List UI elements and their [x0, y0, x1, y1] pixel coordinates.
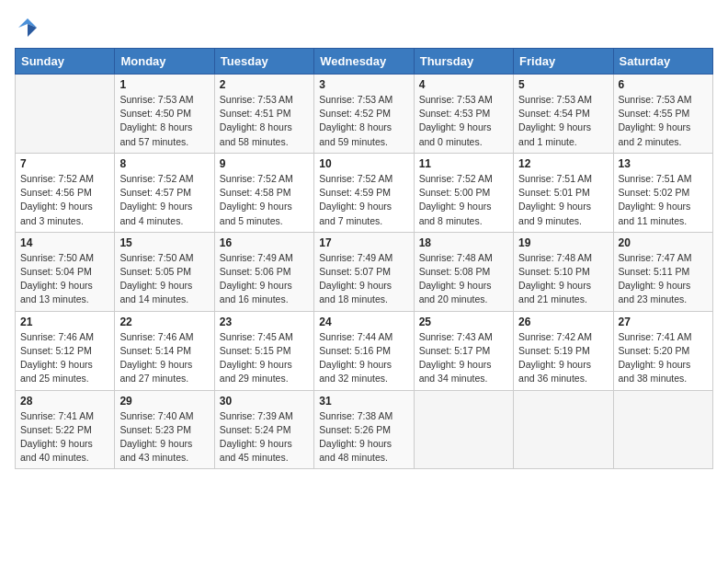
day-number: 4	[419, 78, 508, 91]
day-number: 19	[518, 236, 608, 249]
day-number: 21	[20, 316, 109, 328]
day-number: 29	[119, 395, 209, 408]
calendar-cell: 9Sunrise: 7:52 AM Sunset: 4:58 PM Daylig…	[214, 153, 313, 232]
calendar-week-row: 1Sunrise: 7:53 AM Sunset: 4:50 PM Daylig…	[16, 75, 713, 154]
day-number: 24	[319, 316, 408, 328]
logo-icon	[15, 15, 40, 40]
calendar-cell: 1Sunrise: 7:53 AM Sunset: 4:50 PM Daylig…	[115, 75, 214, 154]
day-number: 7	[20, 157, 109, 170]
calendar-cell: 17Sunrise: 7:49 AM Sunset: 5:07 PM Dayli…	[314, 232, 414, 311]
calendar-cell: 6Sunrise: 7:53 AM Sunset: 4:55 PM Daylig…	[613, 75, 712, 154]
day-info: Sunrise: 7:52 AM Sunset: 4:58 PM Dayligh…	[220, 172, 309, 228]
day-number: 2	[220, 78, 309, 91]
calendar-week-row: 28Sunrise: 7:41 AM Sunset: 5:22 PM Dayli…	[16, 390, 713, 469]
calendar-cell: 15Sunrise: 7:50 AM Sunset: 5:05 PM Dayli…	[115, 232, 214, 311]
calendar-week-row: 14Sunrise: 7:50 AM Sunset: 5:04 PM Dayli…	[16, 232, 713, 311]
day-info: Sunrise: 7:51 AM Sunset: 5:01 PM Dayligh…	[518, 172, 608, 228]
calendar-cell: 31Sunrise: 7:38 AM Sunset: 5:26 PM Dayli…	[314, 390, 414, 469]
day-info: Sunrise: 7:52 AM Sunset: 5:00 PM Dayligh…	[419, 172, 508, 228]
calendar-cell: 7Sunrise: 7:52 AM Sunset: 4:56 PM Daylig…	[16, 153, 115, 232]
calendar-cell: 3Sunrise: 7:53 AM Sunset: 4:52 PM Daylig…	[314, 75, 414, 154]
day-info: Sunrise: 7:52 AM Sunset: 4:56 PM Dayligh…	[20, 172, 109, 228]
day-number: 15	[119, 236, 209, 249]
day-info: Sunrise: 7:46 AM Sunset: 5:14 PM Dayligh…	[119, 330, 209, 386]
day-number: 26	[518, 316, 608, 328]
calendar-cell: 21Sunrise: 7:46 AM Sunset: 5:12 PM Dayli…	[16, 311, 115, 390]
day-info: Sunrise: 7:53 AM Sunset: 4:55 PM Dayligh…	[619, 93, 708, 149]
calendar-cell	[16, 75, 115, 154]
day-number: 1	[119, 78, 209, 91]
day-number: 8	[119, 157, 209, 170]
calendar-table: SundayMondayTuesdayWednesdayThursdayFrid…	[15, 48, 713, 469]
day-info: Sunrise: 7:47 AM Sunset: 5:11 PM Dayligh…	[619, 251, 708, 307]
day-number: 28	[20, 395, 109, 408]
day-info: Sunrise: 7:44 AM Sunset: 5:16 PM Dayligh…	[319, 330, 408, 386]
day-info: Sunrise: 7:39 AM Sunset: 5:24 PM Dayligh…	[220, 409, 309, 465]
calendar-cell: 28Sunrise: 7:41 AM Sunset: 5:22 PM Dayli…	[16, 390, 115, 469]
header-tuesday: Tuesday	[214, 49, 313, 75]
calendar-week-row: 21Sunrise: 7:46 AM Sunset: 5:12 PM Dayli…	[16, 311, 713, 390]
day-info: Sunrise: 7:53 AM Sunset: 4:50 PM Dayligh…	[119, 93, 209, 149]
calendar-cell	[613, 390, 712, 469]
day-info: Sunrise: 7:52 AM Sunset: 4:59 PM Dayligh…	[319, 172, 408, 228]
calendar-cell: 24Sunrise: 7:44 AM Sunset: 5:16 PM Dayli…	[314, 311, 414, 390]
day-number: 17	[319, 236, 408, 249]
day-info: Sunrise: 7:52 AM Sunset: 4:57 PM Dayligh…	[119, 172, 209, 228]
page-header	[15, 15, 713, 40]
day-info: Sunrise: 7:41 AM Sunset: 5:22 PM Dayligh…	[20, 409, 109, 465]
calendar-cell: 25Sunrise: 7:43 AM Sunset: 5:17 PM Dayli…	[414, 311, 513, 390]
calendar-header-row: SundayMondayTuesdayWednesdayThursdayFrid…	[16, 49, 713, 75]
day-info: Sunrise: 7:50 AM Sunset: 5:04 PM Dayligh…	[20, 251, 109, 307]
day-info: Sunrise: 7:48 AM Sunset: 5:10 PM Dayligh…	[518, 251, 608, 307]
day-info: Sunrise: 7:50 AM Sunset: 5:05 PM Dayligh…	[119, 251, 209, 307]
day-number: 20	[619, 236, 708, 249]
header-saturday: Saturday	[613, 49, 712, 75]
calendar-cell: 13Sunrise: 7:51 AM Sunset: 5:02 PM Dayli…	[613, 153, 712, 232]
calendar-cell: 10Sunrise: 7:52 AM Sunset: 4:59 PM Dayli…	[314, 153, 414, 232]
calendar-cell: 11Sunrise: 7:52 AM Sunset: 5:00 PM Dayli…	[414, 153, 513, 232]
day-number: 30	[220, 395, 309, 408]
calendar-cell: 26Sunrise: 7:42 AM Sunset: 5:19 PM Dayli…	[514, 311, 613, 390]
calendar-cell: 4Sunrise: 7:53 AM Sunset: 4:53 PM Daylig…	[414, 75, 513, 154]
day-info: Sunrise: 7:53 AM Sunset: 4:51 PM Dayligh…	[220, 93, 309, 149]
day-number: 10	[319, 157, 408, 170]
day-info: Sunrise: 7:43 AM Sunset: 5:17 PM Dayligh…	[419, 330, 508, 386]
calendar-cell	[414, 390, 513, 469]
calendar-cell: 14Sunrise: 7:50 AM Sunset: 5:04 PM Dayli…	[16, 232, 115, 311]
calendar-cell: 18Sunrise: 7:48 AM Sunset: 5:08 PM Dayli…	[414, 232, 513, 311]
calendar-cell: 27Sunrise: 7:41 AM Sunset: 5:20 PM Dayli…	[613, 311, 712, 390]
day-number: 3	[319, 78, 408, 91]
day-info: Sunrise: 7:49 AM Sunset: 5:07 PM Dayligh…	[319, 251, 408, 307]
calendar-cell: 8Sunrise: 7:52 AM Sunset: 4:57 PM Daylig…	[115, 153, 214, 232]
day-info: Sunrise: 7:51 AM Sunset: 5:02 PM Dayligh…	[619, 172, 708, 228]
calendar-cell: 16Sunrise: 7:49 AM Sunset: 5:06 PM Dayli…	[214, 232, 313, 311]
day-number: 31	[319, 395, 408, 408]
day-number: 5	[518, 78, 608, 91]
header-sunday: Sunday	[16, 49, 115, 75]
logo	[15, 15, 44, 40]
day-number: 12	[518, 157, 608, 170]
day-number: 13	[619, 157, 708, 170]
header-friday: Friday	[514, 49, 613, 75]
calendar-cell: 12Sunrise: 7:51 AM Sunset: 5:01 PM Dayli…	[514, 153, 613, 232]
calendar-cell: 23Sunrise: 7:45 AM Sunset: 5:15 PM Dayli…	[214, 311, 313, 390]
day-info: Sunrise: 7:53 AM Sunset: 4:54 PM Dayligh…	[518, 93, 608, 149]
header-thursday: Thursday	[414, 49, 513, 75]
day-number: 22	[119, 316, 209, 328]
day-info: Sunrise: 7:48 AM Sunset: 5:08 PM Dayligh…	[419, 251, 508, 307]
day-number: 25	[419, 316, 508, 328]
calendar-week-row: 7Sunrise: 7:52 AM Sunset: 4:56 PM Daylig…	[16, 153, 713, 232]
calendar-cell: 22Sunrise: 7:46 AM Sunset: 5:14 PM Dayli…	[115, 311, 214, 390]
day-number: 14	[20, 236, 109, 249]
calendar-cell: 19Sunrise: 7:48 AM Sunset: 5:10 PM Dayli…	[514, 232, 613, 311]
day-number: 9	[220, 157, 309, 170]
day-info: Sunrise: 7:53 AM Sunset: 4:53 PM Dayligh…	[419, 93, 508, 149]
calendar-cell: 20Sunrise: 7:47 AM Sunset: 5:11 PM Dayli…	[613, 232, 712, 311]
header-wednesday: Wednesday	[314, 49, 414, 75]
day-number: 23	[220, 316, 309, 328]
day-info: Sunrise: 7:42 AM Sunset: 5:19 PM Dayligh…	[518, 330, 608, 386]
day-info: Sunrise: 7:53 AM Sunset: 4:52 PM Dayligh…	[319, 93, 408, 149]
day-info: Sunrise: 7:41 AM Sunset: 5:20 PM Dayligh…	[619, 330, 708, 386]
calendar-cell: 29Sunrise: 7:40 AM Sunset: 5:23 PM Dayli…	[115, 390, 214, 469]
day-number: 11	[419, 157, 508, 170]
